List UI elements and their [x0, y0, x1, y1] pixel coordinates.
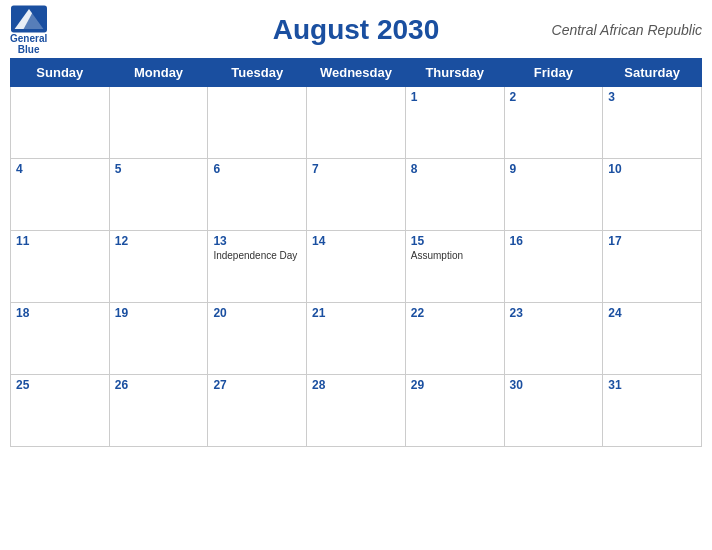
calendar-cell: 30 [504, 375, 603, 447]
calendar-cell: 18 [11, 303, 110, 375]
logo-text: General [10, 33, 47, 44]
calendar-cell: 11 [11, 231, 110, 303]
calendar-wrapper: General Blue August 2030 Central African… [0, 0, 712, 550]
calendar-body: 12345678910111213Independence Day1415Ass… [11, 87, 702, 447]
calendar-cell: 19 [109, 303, 208, 375]
calendar-cell: 9 [504, 159, 603, 231]
header-friday: Friday [504, 59, 603, 87]
header-thursday: Thursday [405, 59, 504, 87]
header-wednesday: Wednesday [307, 59, 406, 87]
country-label: Central African Republic [552, 22, 702, 38]
calendar-cell: 5 [109, 159, 208, 231]
week-row-4: 18192021222324 [11, 303, 702, 375]
day-number: 19 [115, 306, 203, 320]
calendar-cell: 6 [208, 159, 307, 231]
day-number: 28 [312, 378, 400, 392]
day-number: 11 [16, 234, 104, 248]
calendar-header: General Blue August 2030 Central African… [10, 10, 702, 50]
day-number: 21 [312, 306, 400, 320]
day-number: 29 [411, 378, 499, 392]
day-number: 20 [213, 306, 301, 320]
calendar-cell: 27 [208, 375, 307, 447]
calendar-cell [11, 87, 110, 159]
day-number: 23 [510, 306, 598, 320]
header-tuesday: Tuesday [208, 59, 307, 87]
calendar-cell [109, 87, 208, 159]
calendar-cell: 8 [405, 159, 504, 231]
day-number: 22 [411, 306, 499, 320]
day-number: 6 [213, 162, 301, 176]
day-number: 18 [16, 306, 104, 320]
holiday-label: Assumption [411, 250, 499, 261]
calendar-cell: 3 [603, 87, 702, 159]
day-number: 8 [411, 162, 499, 176]
calendar-cell: 15Assumption [405, 231, 504, 303]
calendar-grid: Sunday Monday Tuesday Wednesday Thursday… [10, 58, 702, 447]
day-number: 26 [115, 378, 203, 392]
calendar-cell: 21 [307, 303, 406, 375]
calendar-cell: 16 [504, 231, 603, 303]
header-monday: Monday [109, 59, 208, 87]
day-number: 14 [312, 234, 400, 248]
calendar-cell: 4 [11, 159, 110, 231]
calendar-cell: 23 [504, 303, 603, 375]
holiday-label: Independence Day [213, 250, 301, 261]
calendar-cell: 24 [603, 303, 702, 375]
calendar-cell: 1 [405, 87, 504, 159]
day-number: 2 [510, 90, 598, 104]
day-number: 16 [510, 234, 598, 248]
calendar-cell: 25 [11, 375, 110, 447]
calendar-cell: 2 [504, 87, 603, 159]
day-number: 12 [115, 234, 203, 248]
day-number: 4 [16, 162, 104, 176]
week-row-2: 45678910 [11, 159, 702, 231]
calendar-cell: 7 [307, 159, 406, 231]
header-sunday: Sunday [11, 59, 110, 87]
day-number: 15 [411, 234, 499, 248]
day-number: 9 [510, 162, 598, 176]
calendar-cell: 13Independence Day [208, 231, 307, 303]
day-number: 7 [312, 162, 400, 176]
generalblue-logo-icon [11, 5, 47, 33]
day-number: 3 [608, 90, 696, 104]
week-row-1: 123 [11, 87, 702, 159]
day-number: 5 [115, 162, 203, 176]
day-number: 1 [411, 90, 499, 104]
calendar-cell: 29 [405, 375, 504, 447]
weekday-header-row: Sunday Monday Tuesday Wednesday Thursday… [11, 59, 702, 87]
calendar-cell [307, 87, 406, 159]
calendar-cell: 26 [109, 375, 208, 447]
day-number: 27 [213, 378, 301, 392]
day-number: 13 [213, 234, 301, 248]
day-number: 25 [16, 378, 104, 392]
day-number: 24 [608, 306, 696, 320]
calendar-cell: 10 [603, 159, 702, 231]
calendar-cell: 20 [208, 303, 307, 375]
logo-text2: Blue [18, 44, 40, 55]
day-number: 31 [608, 378, 696, 392]
calendar-cell: 22 [405, 303, 504, 375]
calendar-cell: 28 [307, 375, 406, 447]
calendar-title: August 2030 [273, 14, 440, 46]
calendar-cell: 12 [109, 231, 208, 303]
day-number: 10 [608, 162, 696, 176]
day-number: 17 [608, 234, 696, 248]
calendar-cell: 31 [603, 375, 702, 447]
calendar-cell: 14 [307, 231, 406, 303]
calendar-cell [208, 87, 307, 159]
week-row-3: 111213Independence Day1415Assumption1617 [11, 231, 702, 303]
day-number: 30 [510, 378, 598, 392]
header-saturday: Saturday [603, 59, 702, 87]
calendar-cell: 17 [603, 231, 702, 303]
logo-area: General Blue [10, 5, 47, 55]
week-row-5: 25262728293031 [11, 375, 702, 447]
